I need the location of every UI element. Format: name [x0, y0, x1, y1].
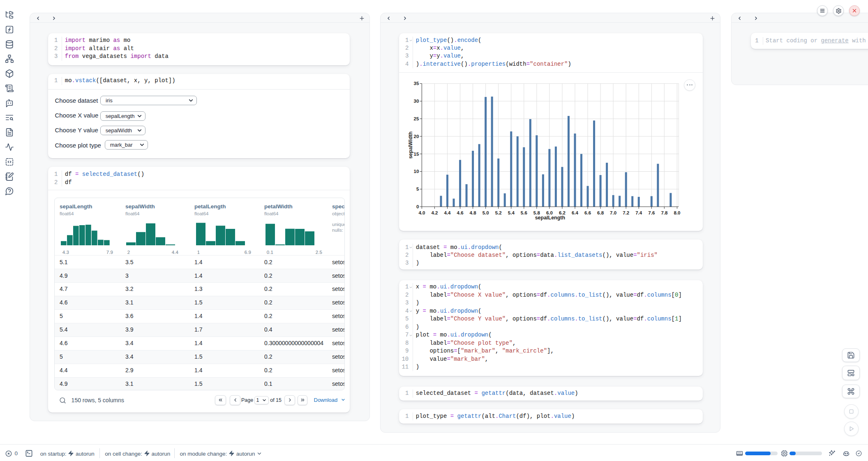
svg-text:5.2: 5.2	[495, 210, 502, 215]
svg-text:4.0: 4.0	[418, 210, 425, 215]
svg-text:25: 25	[414, 116, 419, 121]
svg-text:5.8: 5.8	[533, 210, 540, 215]
svg-text:8.0: 8.0	[674, 210, 680, 215]
svg-text:4.6: 4.6	[457, 210, 464, 215]
svg-text:15: 15	[414, 152, 419, 157]
svg-text:6.0: 6.0	[546, 210, 553, 215]
svg-text:sepalWidth: sepalWidth	[407, 131, 413, 159]
svg-text:10: 10	[414, 169, 419, 174]
svg-text:5: 5	[416, 187, 419, 191]
svg-text:20: 20	[414, 134, 419, 139]
svg-text:7.6: 7.6	[648, 210, 655, 215]
svg-text:0: 0	[416, 204, 419, 209]
svg-text:6.2: 6.2	[559, 210, 566, 215]
svg-text:30: 30	[414, 99, 419, 104]
svg-text:4.2: 4.2	[432, 210, 438, 215]
svg-text:7.4: 7.4	[635, 210, 642, 215]
svg-text:7.8: 7.8	[661, 210, 668, 215]
svg-text:5.4: 5.4	[508, 210, 515, 215]
svg-text:4.8: 4.8	[470, 210, 477, 215]
svg-text:7.0: 7.0	[610, 210, 616, 215]
svg-text:5.6: 5.6	[521, 210, 527, 215]
svg-text:4.4: 4.4	[444, 210, 451, 215]
svg-text:5.0: 5.0	[482, 210, 489, 215]
svg-text:35: 35	[414, 81, 419, 86]
svg-text:7.2: 7.2	[623, 210, 629, 215]
svg-text:6.8: 6.8	[597, 210, 604, 215]
svg-text:sepalLength: sepalLength	[535, 215, 566, 221]
svg-text:6.6: 6.6	[584, 210, 591, 215]
svg-text:6.4: 6.4	[572, 210, 579, 215]
